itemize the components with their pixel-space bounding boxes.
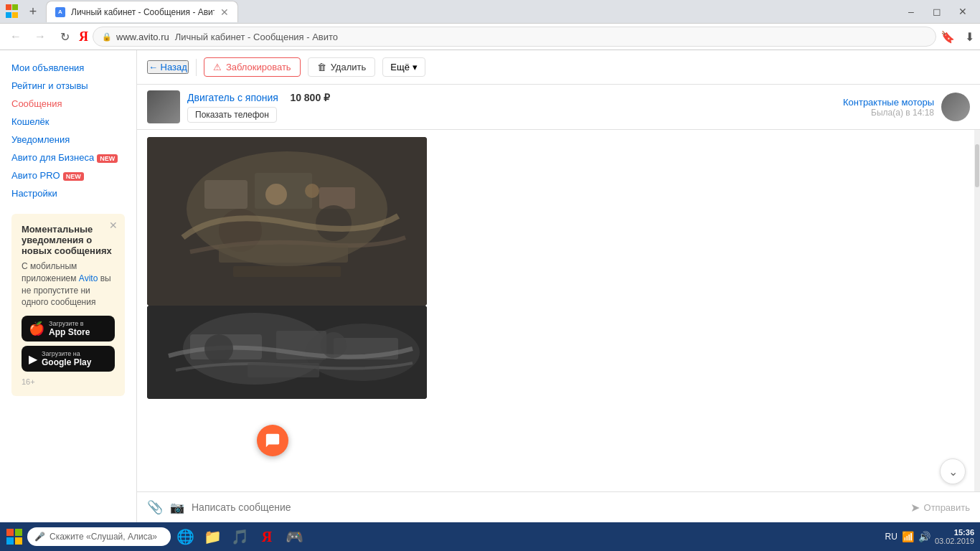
seller-avatar bbox=[941, 93, 970, 121]
taskbar-search-text: Скажите «Слушай, Алиса» bbox=[50, 532, 157, 542]
windows-logo bbox=[6, 4, 20, 19]
apple-icon: 🍎 bbox=[29, 321, 44, 336]
chat-bubble-icon bbox=[265, 433, 281, 448]
taskbar-app-game[interactable]: 🎮 bbox=[281, 524, 307, 550]
ad-thumbnail-image bbox=[147, 90, 180, 123]
sidebar-item-wallet[interactable]: Кошелёк bbox=[11, 113, 125, 131]
show-phone-button[interactable]: Показать телефон bbox=[187, 107, 277, 123]
sidebar-item-messages[interactable]: Сообщения bbox=[11, 95, 125, 113]
tab-title: Личный кабинет - Сообщения - Авито bbox=[71, 7, 215, 17]
message-input-bar: 📎 📷 ➤ Отправить bbox=[137, 491, 980, 522]
promo-text: С мобильным приложением Avito вы не проп… bbox=[22, 260, 115, 309]
promo-close-button[interactable]: ✕ bbox=[109, 220, 118, 231]
message-input[interactable] bbox=[192, 501, 903, 513]
engine-photo-1 bbox=[147, 137, 427, 306]
avito-link[interactable]: Avito bbox=[79, 273, 98, 283]
svg-rect-19 bbox=[248, 363, 319, 377]
clock-date: 03.02.2019 bbox=[935, 537, 974, 545]
svg-rect-20 bbox=[6, 529, 14, 536]
send-label: Отправить bbox=[924, 502, 970, 513]
start-button[interactable] bbox=[3, 525, 26, 548]
svg-rect-10 bbox=[233, 266, 341, 277]
taskbar-app-yandex[interactable]: Я bbox=[254, 524, 280, 550]
address-bar: ← → ↻ Я 🔒 www.avito.ru Личный кабинет - … bbox=[0, 23, 980, 50]
more-button[interactable]: Ещё ▾ bbox=[382, 57, 425, 77]
google-play-main-label: Google Play bbox=[42, 357, 91, 367]
send-button[interactable]: ➤ Отправить bbox=[910, 501, 970, 514]
block-button[interactable]: ⚠ Заблокировать bbox=[204, 57, 301, 77]
google-play-icon: ▶ bbox=[29, 352, 37, 366]
new-badge-pro: NEW bbox=[63, 172, 84, 181]
browser-tab[interactable]: A Личный кабинет - Сообщения - Авито ✕ bbox=[46, 1, 238, 22]
start-icon bbox=[6, 529, 22, 545]
window-controls: – ◻ ✕ bbox=[900, 4, 974, 19]
sidebar-item-settings[interactable]: Настройки bbox=[11, 184, 125, 202]
app-store-button[interactable]: 🍎 Загрузите в App Store bbox=[22, 316, 115, 342]
chevron-down-icon: ▾ bbox=[413, 62, 418, 72]
title-bar-left: + A Личный кабинет - Сообщения - Авито ✕ bbox=[6, 1, 238, 22]
volume-icon: 🔊 bbox=[918, 531, 930, 542]
engine-svg-2 bbox=[147, 306, 427, 399]
taskbar-app-ie[interactable]: 🌐 bbox=[172, 524, 198, 550]
message-images bbox=[137, 130, 980, 406]
url-domain: www.avito.ru bbox=[116, 32, 169, 42]
scroll-down-button[interactable]: ⌄ bbox=[940, 458, 966, 484]
tab-favicon: A bbox=[55, 7, 65, 17]
taskbar-right: RU 📶 🔊 15:36 03.02.2019 bbox=[885, 528, 977, 545]
seller-name[interactable]: Контрактные моторы bbox=[843, 97, 934, 108]
app-store-sub-label: Загрузите в bbox=[49, 320, 90, 327]
page-content: Мои объявления Рейтинг и отзывы Сообщени… bbox=[0, 50, 980, 522]
chat-header: ← Назад ⚠ Заблокировать 🗑 Удалить Ещё ▾ bbox=[137, 50, 980, 85]
main-layout: Мои объявления Рейтинг и отзывы Сообщени… bbox=[0, 50, 980, 522]
minimize-button[interactable]: – bbox=[900, 4, 923, 19]
svg-rect-7 bbox=[219, 245, 348, 263]
tab-close-button[interactable]: ✕ bbox=[220, 6, 229, 18]
svg-point-18 bbox=[321, 332, 347, 358]
svg-rect-4 bbox=[319, 187, 355, 209]
header-divider bbox=[196, 59, 197, 76]
sidebar-item-notifications[interactable]: Уведомления bbox=[11, 131, 125, 149]
clock-time: 15:36 bbox=[935, 528, 974, 537]
download-button[interactable]: ⬇ bbox=[965, 30, 974, 44]
sidebar-item-business[interactable]: Авито для БизнесаNEW bbox=[11, 149, 125, 166]
attach-button[interactable]: 📎 bbox=[147, 499, 163, 515]
camera-button[interactable]: 📷 bbox=[170, 501, 184, 514]
url-input[interactable]: 🔒 www.avito.ru Личный кабинет - Сообщени… bbox=[93, 27, 936, 47]
new-tab-button[interactable]: + bbox=[24, 3, 42, 20]
sidebar-item-my-ads[interactable]: Мои объявления bbox=[11, 59, 125, 77]
ad-details: Двигатель с япония 10 800 ₽ Показать тел… bbox=[187, 91, 836, 123]
sidebar: Мои объявления Рейтинг и отзывы Сообщени… bbox=[0, 50, 136, 522]
svg-point-9 bbox=[305, 184, 319, 198]
engine-svg-1 bbox=[147, 137, 427, 306]
taskbar-app-files[interactable]: 📁 bbox=[199, 524, 225, 550]
taskbar-search[interactable]: 🎤 Скажите «Слушай, Алиса» bbox=[27, 527, 171, 546]
scrollbar[interactable] bbox=[974, 130, 980, 491]
scroll-thumb[interactable] bbox=[975, 144, 979, 187]
app-store-main-label: App Store bbox=[49, 327, 90, 337]
mic-icon: 🎤 bbox=[34, 532, 45, 542]
ad-title[interactable]: Двигатель с япония bbox=[187, 92, 278, 103]
back-nav-button[interactable]: ← bbox=[6, 27, 26, 47]
google-play-button[interactable]: ▶ Загрузите на Google Play bbox=[22, 346, 115, 372]
clock: 15:36 03.02.2019 bbox=[935, 528, 974, 545]
chat-bubble-button[interactable] bbox=[257, 425, 288, 456]
google-play-sub-label: Загрузите на bbox=[42, 350, 91, 357]
sidebar-item-pro[interactable]: Авито PRONEW bbox=[11, 166, 125, 184]
yandex-logo: Я bbox=[79, 29, 88, 44]
taskbar: 🎤 Скажите «Слушай, Алиса» 🌐 📁 🎵 Я 🎮 RU 📶… bbox=[0, 522, 980, 551]
delete-button[interactable]: 🗑 Удалить bbox=[308, 57, 376, 77]
close-button[interactable]: ✕ bbox=[951, 4, 974, 19]
lock-icon: 🔒 bbox=[102, 32, 112, 42]
sidebar-item-ratings[interactable]: Рейтинг и отзывы bbox=[11, 77, 125, 95]
reload-button[interactable]: ↻ bbox=[55, 27, 75, 47]
taskbar-app-media[interactable]: 🎵 bbox=[227, 524, 253, 550]
network-icon: 📶 bbox=[902, 531, 914, 542]
new-badge-business: NEW bbox=[97, 154, 118, 163]
bookmark-button[interactable]: 🔖 bbox=[941, 30, 955, 44]
seller-status: Была(а) в 14:18 bbox=[871, 108, 934, 118]
svg-point-17 bbox=[204, 334, 233, 363]
block-icon: ⚠ bbox=[213, 62, 222, 72]
back-button[interactable]: ← Назад bbox=[147, 60, 189, 74]
maximize-button[interactable]: ◻ bbox=[925, 4, 948, 19]
ad-thumbnail bbox=[147, 90, 180, 123]
